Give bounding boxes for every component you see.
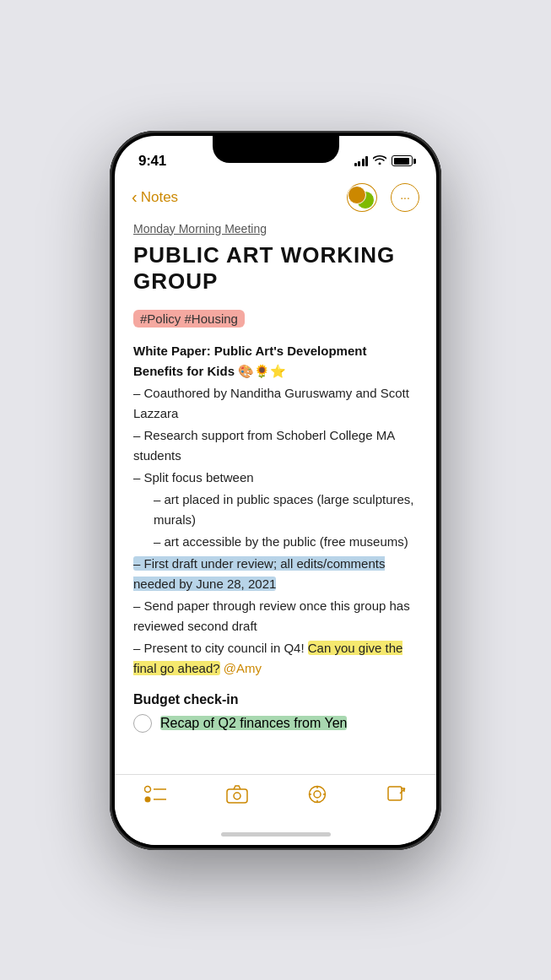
back-button[interactable]: ‹ Notes xyxy=(132,188,178,207)
chevron-left-icon: ‹ xyxy=(132,187,138,207)
tags-highlight: #Policy #Housing xyxy=(133,310,245,328)
checklist-item-1-text: Recap of Q2 finances from Yen xyxy=(160,716,347,731)
note-title: PUBLIC ART WORKING GROUP xyxy=(133,242,418,295)
location-toolbar-button[interactable] xyxy=(308,785,327,810)
checklist-icon xyxy=(144,785,166,807)
back-label: Notes xyxy=(141,189,178,206)
svg-rect-12 xyxy=(388,787,402,800)
svg-point-7 xyxy=(314,791,321,798)
svg-point-1 xyxy=(145,796,151,802)
note-body: White Paper: Public Art's Development Be… xyxy=(133,341,418,679)
compose-toolbar-button[interactable] xyxy=(386,785,407,809)
collaborators-button[interactable] xyxy=(347,183,377,212)
avatar-1 xyxy=(348,186,366,204)
signal-bars-icon xyxy=(354,156,369,166)
home-indicator xyxy=(221,832,331,837)
camera-icon xyxy=(226,785,248,807)
highlight-first-draft: – First draft under review; all edits/co… xyxy=(133,556,385,591)
nav-actions: ··· xyxy=(347,183,419,212)
phone-frame: 9:41 xyxy=(110,131,441,850)
svg-point-6 xyxy=(309,786,325,802)
bullet-coauthor: – Coauthored by Nanditha Guruswamy and S… xyxy=(133,383,418,424)
note-content[interactable]: Monday Morning Meeting PUBLIC ART WORKIN… xyxy=(115,220,436,845)
battery-icon xyxy=(392,155,413,166)
notch xyxy=(213,136,339,163)
camera-toolbar-button[interactable] xyxy=(226,785,248,807)
budget-section-header: Budget check-in xyxy=(133,692,418,707)
svg-point-5 xyxy=(234,793,240,799)
phone-screen: 9:41 xyxy=(115,136,436,845)
tags-row: #Policy #Housing xyxy=(133,310,418,328)
checklist-item-1: Recap of Q2 finances from Yen xyxy=(133,714,418,733)
bullet-city-council: – Present to city council in Q4! Can you… xyxy=(133,638,418,679)
wifi-icon xyxy=(373,154,386,167)
bullet-indent-public-spaces: – art placed in public spaces (large scu… xyxy=(133,490,418,530)
note-subtitle: Monday Morning Meeting xyxy=(133,222,418,236)
bullet-research: – Research support from Schoberl College… xyxy=(133,425,418,466)
checkbox-1[interactable] xyxy=(133,714,152,733)
highlight-yen-recap: Recap of Q2 finances from Yen xyxy=(160,716,347,730)
highlight-question: Can you give the final go ahead? xyxy=(133,641,402,675)
nav-bar: ‹ Notes ··· xyxy=(115,178,436,220)
mention-amy: @Amy xyxy=(224,661,262,675)
screen-inner: 9:41 xyxy=(115,136,436,845)
checklist-toolbar-button[interactable] xyxy=(144,785,166,807)
status-time: 9:41 xyxy=(138,153,166,170)
bullet-indent-accessible: – art accessible by the public (free mus… xyxy=(133,532,418,552)
bullet-split: – Split focus between xyxy=(133,468,418,488)
more-options-button[interactable]: ··· xyxy=(391,183,419,212)
ellipsis-icon: ··· xyxy=(400,191,410,204)
bullet-first-draft: – First draft under review; all edits/co… xyxy=(133,554,418,594)
status-icons xyxy=(354,154,413,167)
svg-point-0 xyxy=(145,786,151,792)
location-icon xyxy=(308,785,327,810)
svg-rect-4 xyxy=(227,789,247,803)
bullet-send-paper: – Send paper through review once this gr… xyxy=(133,596,418,636)
white-paper-header: White Paper: Public Art's Development Be… xyxy=(133,341,418,382)
compose-icon xyxy=(386,785,407,809)
